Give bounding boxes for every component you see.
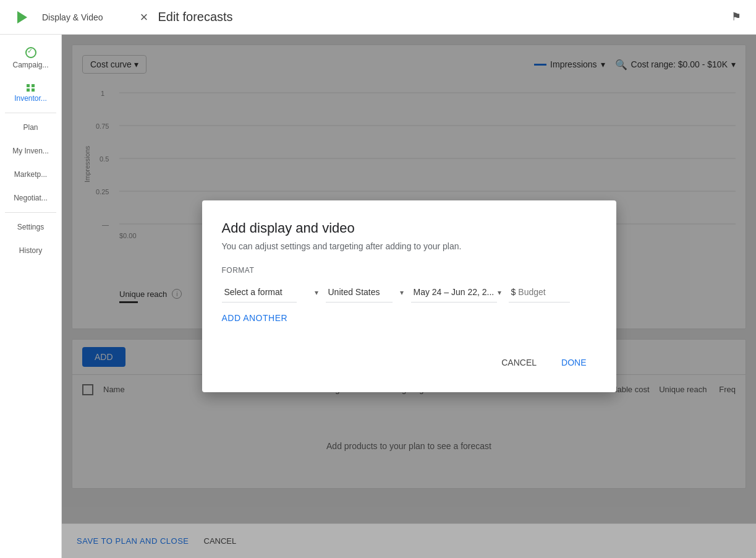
country-select-wrapper: United StatesCanadaUnited KingdomGermany [326, 282, 406, 303]
sidebar-item-my-inventory[interactable]: My Inven... [0, 139, 61, 163]
modal-subtitle: You can adjust settings and targeting af… [222, 241, 597, 251]
modal-actions: CANCEL DONE [222, 353, 597, 372]
country-select[interactable]: United StatesCanadaUnited KingdomGermany [326, 282, 393, 303]
date-select[interactable]: May 24 – Jun 22, 2...Custom range [411, 282, 497, 303]
top-bar: Display & Video × Edit forecasts ⚑ [0, 0, 756, 35]
sidebar-item-settings[interactable]: Settings [0, 215, 61, 239]
sidebar-label-negotiations: Negotiat... [14, 194, 48, 202]
sidebar-item-negotiations[interactable]: Negotiat... [0, 186, 61, 210]
sidebar-label-inventory: Inventor... [14, 94, 47, 103]
sidebar-label-history: History [19, 246, 42, 255]
modal-title: Add display and video [222, 220, 597, 236]
sidebar-label-settings: Settings [17, 223, 44, 231]
sidebar: Campaig... Inventor... Plan My Inven... … [0, 35, 62, 558]
sidebar-item-plan[interactable]: Plan [0, 116, 61, 139]
grid-icon [27, 84, 35, 92]
check-circle-icon [25, 47, 36, 58]
play-icon [17, 11, 27, 24]
budget-symbol: $ [511, 287, 516, 297]
date-select-wrapper: May 24 – Jun 22, 2...Custom range [411, 282, 504, 303]
add-another-button[interactable]: ADD ANOTHER [222, 313, 288, 323]
sidebar-divider [5, 113, 56, 113]
sidebar-label-campaigns: Campaig... [12, 61, 48, 69]
sidebar-label-marketplace: Marketp... [14, 170, 47, 179]
close-button[interactable]: × [140, 9, 148, 25]
modal-overlay: Add display and video You can adjust set… [62, 35, 756, 558]
sidebar-item-marketplace[interactable]: Marketp... [0, 163, 61, 186]
format-select-wrapper: Select a formatDisplayVideoDisplay and V… [222, 282, 321, 303]
modal-dialog: Add display and video You can adjust set… [202, 200, 616, 392]
sidebar-label-plan: Plan [23, 123, 38, 132]
sidebar-label-my-inventory: My Inven... [12, 147, 49, 155]
modal-done-button[interactable]: DONE [551, 353, 596, 372]
modal-form-row: Select a formatDisplayVideoDisplay and V… [222, 282, 597, 303]
flag-icon: ⚑ [731, 10, 746, 25]
budget-input[interactable] [518, 287, 567, 297]
app-logo [10, 5, 35, 30]
sidebar-divider-2 [5, 212, 56, 213]
format-label: Format [222, 266, 597, 275]
sidebar-item-inventory[interactable]: Inventor... [0, 77, 61, 110]
sidebar-item-campaigns[interactable]: Campaig... [0, 40, 61, 77]
format-select[interactable]: Select a formatDisplayVideoDisplay and V… [222, 282, 297, 303]
modal-cancel-button[interactable]: CANCEL [491, 353, 546, 372]
sidebar-item-history[interactable]: History [0, 239, 61, 262]
app-title: Display & Video [42, 12, 103, 22]
page-title: Edit forecasts [158, 10, 232, 24]
budget-input-wrapper: $ [509, 282, 571, 303]
